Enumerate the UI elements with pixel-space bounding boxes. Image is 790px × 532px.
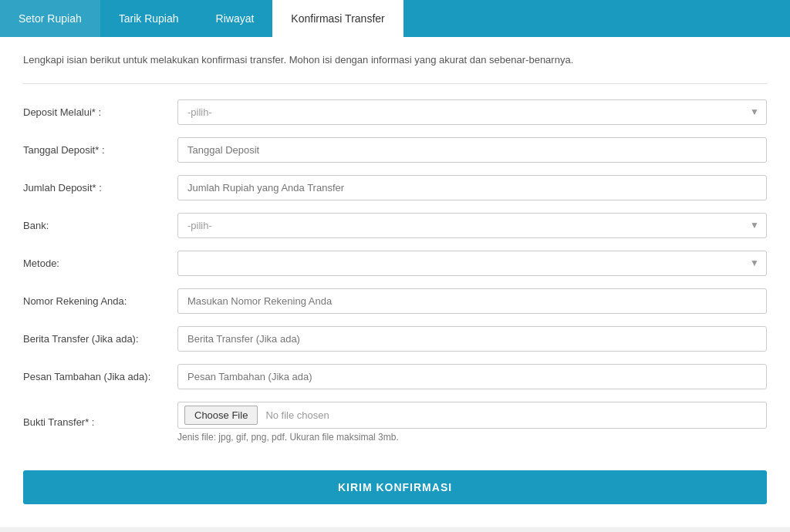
berita-transfer-wrapper [177, 326, 767, 352]
bank-label: Bank: [23, 220, 177, 231]
berita-transfer-row: Berita Transfer (Jika ada): [23, 326, 767, 352]
pesan-tambahan-label: Pesan Tambahan (Jika ada): [23, 371, 177, 382]
jumlah-deposit-wrapper [177, 175, 767, 200]
pesan-tambahan-wrapper [177, 364, 767, 389]
app-container: Setor Rupiah Tarik Rupiah Riwayat Konfir… [0, 0, 790, 532]
tab-setor[interactable]: Setor Rupiah [0, 0, 100, 37]
jumlah-deposit-label: Jumlah Deposit* : [23, 182, 177, 194]
page-description: Lengkapi isian berikut untuk melakukan k… [23, 52, 767, 68]
tab-tarik[interactable]: Tarik Rupiah [100, 0, 198, 37]
bukti-transfer-row: Bukti Transfer* : Choose File No file ch… [23, 402, 767, 443]
bank-row: Bank: -pilih- ▼ [23, 213, 767, 238]
tab-bar: Setor Rupiah Tarik Rupiah Riwayat Konfir… [0, 0, 790, 37]
metode-select[interactable] [177, 251, 767, 276]
nomor-rekening-row: Nomor Rekening Anda: [23, 288, 767, 314]
deposit-melalui-wrapper: -pilih- ▼ [177, 99, 767, 125]
metode-row: Metode: ▼ [23, 251, 767, 276]
file-input-wrapper: Choose File No file chosen [177, 402, 767, 429]
metode-label: Metode: [23, 258, 177, 269]
file-hint-text: Jenis file: jpg, gif, png, pdf. Ukuran f… [177, 432, 767, 443]
tanggal-deposit-label: Tanggal Deposit* : [23, 144, 177, 156]
metode-wrapper: ▼ [177, 251, 767, 276]
tanggal-deposit-wrapper [177, 137, 767, 163]
jumlah-deposit-input[interactable] [177, 175, 767, 200]
tanggal-deposit-row: Tanggal Deposit* : [23, 137, 767, 163]
bukti-transfer-wrapper: Choose File No file chosen Jenis file: j… [177, 402, 767, 443]
tab-riwayat[interactable]: Riwayat [198, 0, 273, 37]
nomor-rekening-wrapper [177, 288, 767, 314]
tanggal-deposit-input[interactable] [177, 137, 767, 163]
file-no-chosen-label: No file chosen [265, 409, 329, 421]
berita-transfer-label: Berita Transfer (Jika ada): [23, 333, 177, 345]
pesan-tambahan-input[interactable] [177, 364, 767, 389]
jumlah-deposit-row: Jumlah Deposit* : [23, 175, 767, 200]
divider [23, 83, 767, 84]
form-section: Deposit Melalui* : -pilih- ▼ Tanggal Dep… [23, 99, 767, 504]
bank-select-wrapper: -pilih- ▼ [177, 213, 767, 238]
content-area: Lengkapi isian berikut untuk melakukan k… [0, 37, 790, 527]
metode-select-wrapper: ▼ [177, 251, 767, 276]
nomor-rekening-input[interactable] [177, 288, 767, 314]
choose-file-button[interactable]: Choose File [184, 406, 258, 425]
bukti-transfer-label: Bukti Transfer* : [23, 416, 177, 428]
deposit-melalui-row: Deposit Melalui* : -pilih- ▼ [23, 99, 767, 125]
bank-select[interactable]: -pilih- [177, 213, 767, 238]
berita-transfer-input[interactable] [177, 326, 767, 352]
deposit-melalui-select-wrapper: -pilih- ▼ [177, 99, 767, 125]
bank-wrapper: -pilih- ▼ [177, 213, 767, 238]
nomor-rekening-label: Nomor Rekening Anda: [23, 295, 177, 307]
pesan-tambahan-row: Pesan Tambahan (Jika ada): [23, 364, 767, 389]
tab-konfirmasi[interactable]: Konfirmasi Transfer [272, 0, 403, 37]
deposit-melalui-label: Deposit Melalui* : [23, 106, 177, 118]
submit-button[interactable]: KIRIM KONFIRMASI [23, 470, 767, 504]
deposit-melalui-select[interactable]: -pilih- [177, 99, 767, 125]
